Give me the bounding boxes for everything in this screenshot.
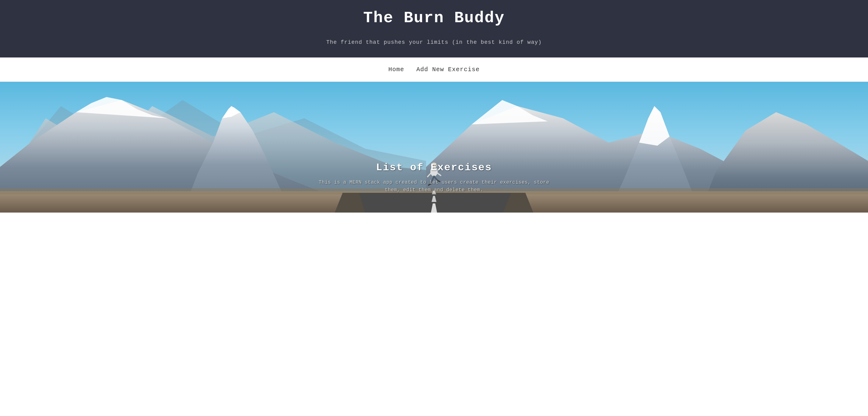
nav-links-list: Home Add New Exercise [389, 66, 479, 73]
site-subtitle: The friend that pushes your limits (in t… [6, 39, 862, 45]
nav-link-home[interactable]: Home [389, 66, 404, 73]
site-title: The Burn Buddy [6, 9, 862, 27]
hero-section: List of Exercises This is a MERN stack a… [0, 82, 868, 213]
hero-heading: List of Exercises [87, 162, 781, 173]
main-navbar: Home Add New Exercise [0, 58, 868, 82]
hero-text-overlay: List of Exercises This is a MERN stack a… [87, 162, 781, 194]
nav-link-add-exercise[interactable]: Add New Exercise [416, 66, 479, 73]
nav-item-add-exercise[interactable]: Add New Exercise [416, 66, 479, 73]
hero-description: This is a MERN stack app created to let … [87, 179, 781, 194]
nav-item-home[interactable]: Home [389, 66, 404, 73]
site-header: The Burn Buddy The friend that pushes yo… [0, 0, 868, 58]
